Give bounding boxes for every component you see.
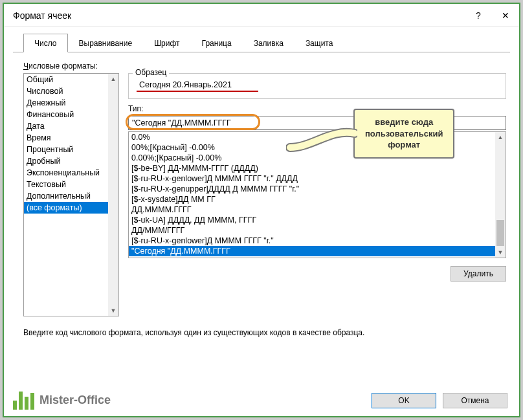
format-item[interactable]: "Сегодня "ДД.ММММ.ГГГГ bbox=[129, 246, 495, 256]
category-listbox[interactable]: ОбщийЧисловойДенежныйФинансовыйДатаВремя… bbox=[23, 73, 119, 316]
format-item[interactable]: [$-ru-RU-x-genupper]ДДДД Д ММММ ГГГГ "г.… bbox=[129, 184, 495, 194]
category-scrollbar[interactable]: ▲ ▼ bbox=[108, 74, 118, 316]
category-item[interactable]: Общий bbox=[24, 74, 108, 85]
help-icon: ? bbox=[476, 10, 481, 21]
formats-scrollbar[interactable]: ▲ ▼ bbox=[495, 132, 506, 258]
sample-underline-annotation bbox=[137, 91, 258, 92]
format-item[interactable]: ДД.ММММ.ГГГГ bbox=[129, 204, 495, 215]
tab-3[interactable]: Граница bbox=[191, 34, 243, 52]
format-cells-dialog: Формат ячеек ? ✕ ЧислоВыравниваниеШрифтГ… bbox=[4, 4, 519, 416]
category-item[interactable]: Финансовый bbox=[24, 109, 108, 120]
format-item[interactable]: [$-be-BY] ДД-ММММ-ГГГГ (ДДДД) bbox=[129, 163, 495, 173]
callout-tail bbox=[286, 126, 357, 153]
scroll-up-icon[interactable]: ▲ bbox=[495, 132, 506, 142]
cancel-button[interactable]: Отмена bbox=[443, 393, 507, 408]
tab-2[interactable]: Шрифт bbox=[143, 34, 190, 52]
format-item[interactable]: [$-uk-UA] ДДДД, ДД ММММ, ГГГГ bbox=[129, 215, 495, 225]
sample-legend: Образец bbox=[133, 68, 169, 77]
category-item[interactable]: Время bbox=[24, 132, 108, 144]
dialog-footer: OK Отмена bbox=[372, 393, 507, 408]
format-item[interactable]: [$-x-sysdate]ДД ММ ГГ bbox=[129, 194, 495, 204]
scroll-down-icon[interactable]: ▼ bbox=[108, 305, 118, 316]
category-item[interactable]: Дополнительный bbox=[24, 190, 108, 202]
category-item[interactable]: Дробный bbox=[24, 155, 108, 167]
delete-button[interactable]: Удалить bbox=[451, 266, 506, 282]
help-button[interactable]: ? bbox=[465, 5, 492, 26]
close-button[interactable]: ✕ bbox=[492, 5, 519, 26]
sample-fieldset: Образец Сегодня 20.Январь.2021 bbox=[128, 73, 506, 99]
categories-label: Числовые форматы: bbox=[23, 61, 506, 71]
tab-5[interactable]: Защита bbox=[295, 34, 344, 52]
tabs-bar: ЧислоВыравниваниеШрифтГраницаЗаливкаЗащи… bbox=[4, 27, 519, 52]
format-item[interactable]: [$-ru-RU-x-genlower]Д ММММ ГГГГ "г." bbox=[129, 236, 495, 246]
logo-text: Mister-Office bbox=[39, 393, 111, 407]
sample-value: Сегодня 20.Январь.2021 bbox=[137, 80, 498, 89]
category-item[interactable]: Числовой bbox=[24, 85, 108, 97]
tab-4[interactable]: Заливка bbox=[243, 34, 295, 52]
titlebar: Формат ячеек ? ✕ bbox=[4, 4, 519, 27]
logo-bars-icon bbox=[13, 390, 34, 410]
category-item[interactable]: Текстовый bbox=[24, 179, 108, 190]
watermark-logo: Mister-Office bbox=[13, 390, 111, 410]
category-item[interactable]: Дата bbox=[24, 120, 108, 132]
scroll-up-icon[interactable]: ▲ bbox=[108, 74, 118, 84]
category-item[interactable]: (все форматы) bbox=[24, 202, 108, 214]
category-item[interactable]: Процентный bbox=[24, 144, 108, 155]
scroll-thumb[interactable] bbox=[496, 220, 504, 246]
scroll-down-icon[interactable]: ▼ bbox=[495, 247, 506, 258]
format-item[interactable]: [$-ru-RU-x-genlower]Д ММММ ГГГГ "г." ДДД… bbox=[129, 173, 495, 184]
tab-1[interactable]: Выравнивание bbox=[68, 34, 144, 52]
category-item[interactable]: Экспоненциальный bbox=[24, 167, 108, 179]
category-item[interactable]: Денежный bbox=[24, 97, 108, 109]
tab-0[interactable]: Число bbox=[23, 34, 68, 52]
dialog-title: Формат ячеек bbox=[13, 10, 71, 21]
close-icon: ✕ bbox=[502, 10, 509, 21]
format-item[interactable]: ДД/МММ/ГГГГ bbox=[129, 225, 495, 236]
callout-annotation: введите сюда пользовательский формат bbox=[353, 109, 454, 159]
ok-button[interactable]: OK bbox=[372, 393, 436, 408]
hint-text: Введите код числового формата, используя… bbox=[4, 316, 519, 337]
